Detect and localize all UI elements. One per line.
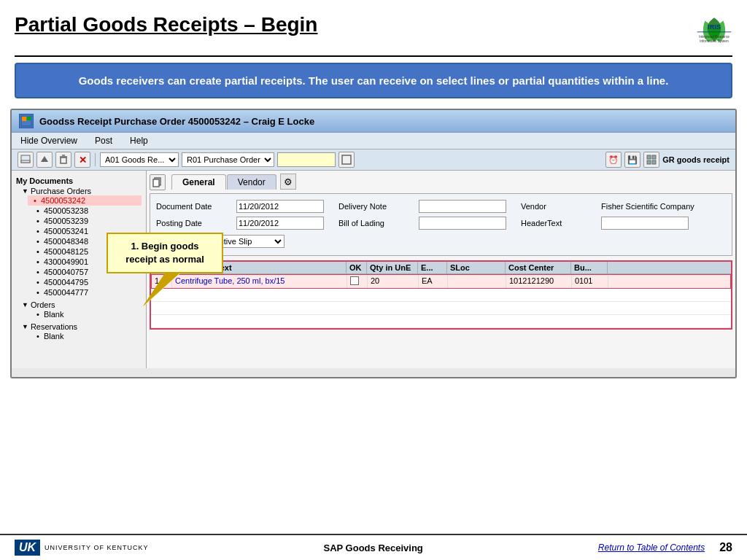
- toolbar-btn-save[interactable]: 💾: [624, 152, 640, 168]
- svg-rect-21: [652, 160, 656, 164]
- svg-marker-13: [41, 156, 48, 162]
- svg-rect-20: [647, 160, 651, 164]
- th-e: E...: [418, 262, 447, 273]
- vendor-label: Vendor: [521, 202, 587, 211]
- td-qty-1: 20: [368, 275, 419, 288]
- toolbar-separator-1: [95, 153, 96, 166]
- sap-window: 1. Begin goods receipt as normal Goodss …: [10, 109, 737, 378]
- svg-rect-10: [27, 117, 31, 120]
- sidebar-reservations-section: ▼ Reservations • Blank: [16, 322, 142, 341]
- sap-window-icon: [19, 114, 34, 128]
- bullet-icon: •: [36, 310, 39, 319]
- page-footer: UK University of Kentucky SAP Goods Rece…: [0, 534, 747, 560]
- page-header: Partial Goods Receipts – Begin IRIS Inte…: [0, 0, 747, 55]
- footer-page-number: 28: [719, 541, 732, 554]
- td-sloc-1: [448, 275, 506, 288]
- ok-checkbox[interactable]: [350, 276, 359, 285]
- slip-row: 🖨 3 Collective Slip: [156, 233, 726, 249]
- iris-logo: IRIS Integrated Resource Information Sys…: [696, 13, 732, 50]
- header-text-input[interactable]: [601, 217, 689, 230]
- bullet-icon: •: [36, 257, 39, 266]
- menu-help[interactable]: Help: [127, 134, 151, 147]
- doc-date-input[interactable]: [236, 200, 324, 213]
- footer-toc-link[interactable]: Return to Table of Contents: [598, 542, 705, 553]
- svg-rect-18: [647, 155, 651, 159]
- td-ok-1[interactable]: [347, 275, 368, 288]
- sidebar-item-po-0[interactable]: • 4500053242: [28, 195, 142, 206]
- tab-vendor[interactable]: Vendor: [227, 174, 276, 190]
- sidebar-orders-items: • Blank: [22, 309, 142, 319]
- td-cost-1: 1012121290: [506, 275, 572, 288]
- svg-marker-7: [143, 273, 179, 306]
- triangle-icon: ▼: [22, 301, 28, 308]
- page-title: Partial Goods Receipts – Begin: [15, 13, 317, 36]
- sidebar-orders-label: Orders: [31, 300, 55, 309]
- sidebar-purchase-orders-header[interactable]: ▼ Purchase Orders: [22, 187, 142, 195]
- copy-btn[interactable]: [150, 174, 166, 190]
- bullet-icon: •: [36, 288, 39, 297]
- td-e-1: EA: [419, 275, 448, 288]
- form-area: Document Date Delivery Note Vendor Fishe…: [150, 193, 732, 256]
- svg-rect-14: [61, 158, 66, 163]
- tab-strip: General Vendor ⚙: [171, 174, 296, 190]
- sidebar-item-reservations-blank[interactable]: • Blank: [28, 331, 142, 341]
- toolbar-btn-search[interactable]: [338, 152, 355, 168]
- delivery-note-input[interactable]: [419, 200, 506, 213]
- bill-of-lading-input[interactable]: [419, 217, 506, 230]
- svg-rect-2: [697, 31, 732, 32]
- footer-right: Return to Table of Contents 28: [598, 541, 732, 554]
- toolbar-btn-clock[interactable]: ⏰: [605, 152, 622, 168]
- tab-more-btn[interactable]: ⚙: [280, 174, 296, 190]
- tab-general[interactable]: General: [171, 174, 226, 190]
- toolbar-btn-trash[interactable]: [55, 152, 71, 168]
- menu-post[interactable]: Post: [92, 134, 115, 147]
- sidebar-reservations-items: • Blank: [22, 331, 142, 341]
- doc-date-label: Document Date: [156, 202, 222, 211]
- callout-tooltip: 1. Begin goods receipt as normal: [107, 233, 223, 273]
- bullet-icon: •: [36, 268, 39, 276]
- uk-logo-box: UK: [15, 540, 40, 556]
- footer-center-label: SAP Goods Receiving: [324, 542, 423, 553]
- table-empty-row-1: [151, 289, 731, 302]
- posting-date-label: Posting Date: [156, 219, 222, 228]
- svg-rect-19: [652, 155, 656, 159]
- toolbar-btn-up[interactable]: [36, 152, 53, 168]
- gr-label: GR goods receipt: [662, 155, 729, 164]
- delivery-note-label: Delivery Note: [338, 202, 404, 211]
- purchase-order-dropdown[interactable]: R01 Purchase Order: [182, 152, 274, 167]
- bill-of-lading-label: Bill of Lading: [338, 219, 404, 228]
- callout-text: 1. Begin goods receipt as normal: [125, 241, 204, 265]
- bullet-icon: •: [36, 217, 39, 225]
- sidebar-item-po-1[interactable]: • 4500053238: [28, 206, 142, 216]
- bullet-icon: •: [34, 196, 36, 205]
- header-text-label: HeaderText: [521, 219, 587, 228]
- bullet-icon: •: [36, 206, 39, 215]
- toolbar-btn-flag[interactable]: [18, 152, 34, 168]
- goods-receipt-dropdown[interactable]: A01 Goods Re...: [100, 152, 179, 167]
- sidebar-reservations-header[interactable]: ▼ Reservations: [22, 322, 142, 331]
- sidebar-item-orders-blank[interactable]: • Blank: [28, 309, 142, 319]
- callout-arrow: [121, 273, 209, 306]
- table-empty-row-2: [151, 302, 731, 315]
- bullet-icon: •: [36, 227, 39, 236]
- sap-menubar: Hide Overview Post Help: [12, 133, 735, 149]
- order-number-input[interactable]: [277, 152, 336, 167]
- svg-rect-17: [342, 155, 351, 164]
- table-empty-row-3: [151, 315, 731, 328]
- sidebar-item-po-2[interactable]: • 4500053239: [28, 216, 142, 226]
- table-header: ine Mat. Short Text OK Qty in UnE E... S…: [151, 262, 731, 274]
- toolbar-btn-grid[interactable]: [643, 152, 659, 168]
- banner-text: Goods receivers can create partial recei…: [38, 74, 709, 87]
- uk-text: University of Kentucky: [44, 544, 148, 551]
- menu-hide-overview[interactable]: Hide Overview: [18, 134, 80, 147]
- posting-date-input[interactable]: [236, 217, 324, 230]
- svg-text:IRIS: IRIS: [708, 23, 721, 31]
- svg-rect-23: [153, 179, 159, 187]
- bullet-icon: •: [36, 247, 39, 256]
- callout-box: 1. Begin goods receipt as normal: [107, 233, 223, 273]
- toolbar-btn-x[interactable]: ✕: [74, 152, 90, 168]
- triangle-icon: ▼: [22, 323, 28, 330]
- blue-banner: Goods receivers can create partial recei…: [15, 63, 732, 98]
- uk-logo: UK University of Kentucky: [15, 540, 148, 556]
- table-row-1[interactable]: 1 Centrifuge Tube, 250 ml, bx/15 20 EA 1…: [151, 274, 731, 289]
